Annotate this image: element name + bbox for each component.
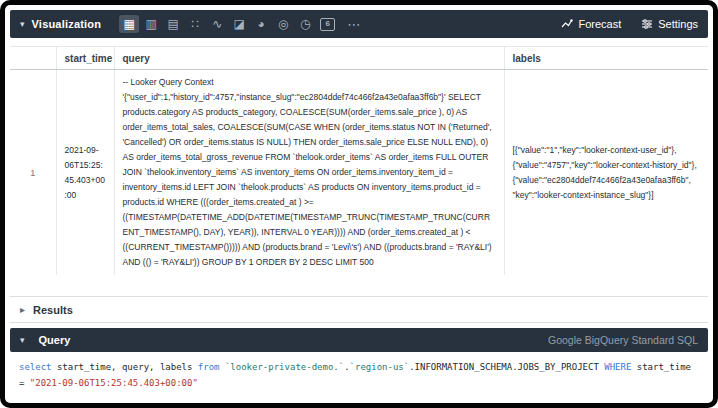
app-window: ▾ Visualization ▦▥▤∷∿◪◕◎◷6⋯ Forecast — [0, 0, 718, 408]
settings-button[interactable]: Settings — [641, 18, 698, 30]
line-chart-icon[interactable]: ∿ — [207, 15, 227, 33]
donut-multiples-icon[interactable]: ◎ — [273, 15, 293, 33]
table-icon[interactable]: ▦ — [119, 15, 139, 33]
results-section-header[interactable]: ▸ Results — [10, 296, 708, 323]
sql-token-plain: start_time, query, labels — [52, 362, 198, 372]
sql-token-keyword: select — [19, 362, 52, 372]
column-header-start-time[interactable]: start_time — [56, 47, 114, 70]
forecast-label: Forecast — [578, 18, 621, 30]
single-value-icon[interactable]: 6 — [320, 18, 335, 31]
area-chart-icon[interactable]: ◪ — [229, 15, 249, 33]
settings-label: Settings — [658, 18, 698, 30]
cell-start-time[interactable]: 2021-09-06T15:25:45.403+00:00 — [56, 70, 114, 276]
results-table: start_time query labels 1 2021-09-06T15:… — [10, 47, 708, 275]
expand-results-icon[interactable]: ▸ — [20, 304, 25, 315]
pie-chart-icon[interactable]: ◕ — [251, 15, 271, 33]
forecast-button[interactable]: Forecast — [561, 18, 621, 30]
row-number: 1 — [10, 70, 56, 276]
table-header-row: start_time query labels — [10, 47, 708, 70]
column-chart-icon[interactable]: ▥ — [141, 15, 161, 33]
query-section-header: ▾ Query Google BigQuery Standard SQL — [10, 328, 708, 352]
sql-token-plain: .INFORMATION_SCHEMA.JOBS_BY_PROJECT — [409, 362, 604, 372]
table-row: 1 2021-09-06T15:25:45.403+00:00 -- Looke… — [10, 70, 708, 276]
row-number-header — [10, 47, 56, 70]
viz-type-picker: ▦▥▤∷∿◪◕◎◷6⋯ — [119, 15, 364, 33]
sql-token-keyword: from — [198, 362, 220, 372]
settings-sliders-icon — [641, 18, 653, 30]
sql-dialect-label: Google BigQuery Standard SQL — [548, 334, 698, 346]
sql-token-identifier: `region-us` — [350, 362, 410, 372]
cell-labels[interactable]: [{"value":"1","key":"looker-context-user… — [504, 70, 708, 276]
query-label: Query — [39, 334, 71, 346]
bar-chart-icon[interactable]: ▤ — [163, 15, 183, 33]
collapse-visualization-icon[interactable]: ▾ — [20, 19, 25, 29]
more-icon[interactable]: ⋯ — [344, 15, 364, 33]
cell-query[interactable]: -- Looker Query Context '{"user_id":1,"h… — [114, 70, 504, 276]
forecast-icon — [561, 18, 573, 30]
sql-token-keyword: WHERE — [604, 362, 631, 372]
visualization-header: ▾ Visualization ▦▥▤∷∿◪◕◎◷6⋯ Forecast — [10, 10, 708, 38]
visualization-title: Visualization — [32, 18, 102, 30]
viz-actions: Forecast Settings — [561, 18, 698, 30]
collapse-query-icon[interactable]: ▾ — [20, 335, 25, 345]
sql-code[interactable]: select start_time, query, labels from `l… — [10, 352, 708, 398]
sql-token-string: "2021-09-06T15:25:45.403+00:00" — [30, 378, 198, 388]
sql-token-identifier: `looker-private-demo.` — [225, 362, 344, 372]
timeline-icon[interactable]: ◷ — [295, 15, 315, 33]
results-label: Results — [33, 304, 73, 316]
results-table-container: start_time query labels 1 2021-09-06T15:… — [10, 46, 708, 296]
column-header-labels[interactable]: labels — [504, 47, 708, 70]
scatterplot-icon[interactable]: ∷ — [185, 15, 205, 33]
column-header-query[interactable]: query — [114, 47, 504, 70]
